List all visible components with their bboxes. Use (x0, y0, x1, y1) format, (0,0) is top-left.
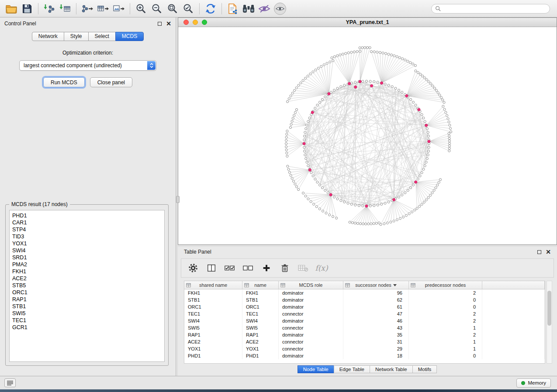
mcds-result-item[interactable]: CAR1 (10, 219, 164, 226)
mcds-result-item[interactable]: YOX1 (10, 240, 164, 247)
show-all-button[interactable] (272, 1, 288, 16)
export-network-button[interactable] (80, 1, 95, 16)
table-cell[interactable]: 2 (409, 289, 482, 296)
task-history-button[interactable] (4, 378, 16, 387)
table-cell[interactable]: connector (279, 338, 343, 345)
mcds-result-item[interactable]: SWI5 (10, 310, 164, 317)
table-cell[interactable]: 2 (409, 310, 482, 317)
mcds-result-item[interactable]: PMA2 (10, 261, 164, 268)
deselect-all-columns-button[interactable] (242, 262, 254, 274)
function-builder-button[interactable]: f(x) (316, 262, 327, 274)
import-network-button[interactable] (42, 1, 57, 16)
table-cell[interactable]: YOX1 (184, 345, 242, 352)
column-header-name[interactable]: name (242, 281, 279, 289)
mcds-result-item[interactable]: FKH1 (10, 268, 164, 275)
table-cell[interactable]: PHD1 (184, 352, 242, 359)
table-cell[interactable]: TEC1 (184, 310, 242, 317)
select-all-columns-button[interactable] (224, 262, 235, 274)
table-row[interactable]: ORC1ORC1dominator610 (184, 303, 545, 310)
table-row[interactable]: SWI4SWI4dominator462 (184, 317, 545, 324)
mcds-result-item[interactable]: GCR1 (10, 324, 164, 331)
table-cell[interactable]: 96 (343, 289, 409, 296)
table-row[interactable]: TEC1TEC1connector472 (184, 310, 545, 317)
table-cell[interactable]: 2 (409, 331, 482, 338)
export-table-button[interactable] (95, 1, 111, 16)
table-cell[interactable]: 35 (343, 331, 409, 338)
table-cell[interactable]: ORC1 (184, 303, 242, 310)
table-cell[interactable]: SWI5 (242, 324, 279, 331)
table-scrollbar[interactable] (547, 281, 552, 364)
tab-motifs[interactable]: Motifs (412, 365, 437, 373)
export-image-button[interactable] (111, 1, 127, 16)
table-row[interactable]: STB1STB1dominator620 (184, 296, 545, 303)
table-cell[interactable]: 2 (409, 317, 482, 324)
save-session-button[interactable] (19, 1, 35, 16)
table-cell[interactable]: dominator (279, 331, 343, 338)
open-session-document-button[interactable] (225, 1, 241, 16)
table-cell[interactable]: TEC1 (242, 310, 279, 317)
table-row[interactable]: SWI5SWI5connector431 (184, 324, 545, 331)
delete-table-button[interactable] (298, 262, 309, 274)
table-cell[interactable]: YOX1 (242, 345, 279, 352)
table-row[interactable]: FKH1FKH1dominator962 (184, 289, 545, 296)
table-cell[interactable]: 31 (343, 338, 409, 345)
network-window-titlebar[interactable]: YPA_prune.txt_1 (178, 18, 557, 27)
tab-mcds[interactable]: MCDS (115, 32, 144, 41)
mcds-result-list[interactable]: PHD1CAR1STP4TID3YOX1SWI4SRD1PMA2FKH1ACE2… (9, 210, 165, 362)
table-scrollbar-thumb[interactable] (547, 291, 551, 326)
table-cell[interactable]: 29 (343, 345, 409, 352)
hide-selected-button[interactable] (256, 1, 272, 16)
mcds-result-item[interactable]: SWI4 (10, 247, 164, 254)
network-svg[interactable] (178, 27, 557, 245)
tab-edge-table[interactable]: Edge Table (334, 365, 370, 373)
table-cell[interactable]: dominator (279, 296, 343, 303)
vertical-splitter-handle[interactable] (176, 196, 180, 203)
table-cell[interactable]: ORC1 (242, 303, 279, 310)
mcds-result-item[interactable]: STB5 (10, 282, 164, 289)
table-cell[interactable]: 47 (343, 310, 409, 317)
tab-select[interactable]: Select (88, 32, 116, 41)
optimization-criterion-select[interactable]: largest connected component (undirected) (19, 60, 156, 71)
table-row[interactable]: PHD1PHD1dominator180 (184, 352, 545, 359)
run-mcds-button[interactable]: Run MCDS (43, 77, 85, 87)
close-panel-button[interactable]: Close panel (90, 77, 132, 87)
table-cell[interactable]: 46 (343, 317, 409, 324)
column-header-mcds-role[interactable]: MCDS role (279, 281, 343, 289)
table-cell[interactable]: connector (279, 345, 343, 352)
refresh-view-button[interactable] (203, 1, 218, 16)
mcds-result-item[interactable]: STP4 (10, 226, 164, 233)
table-cell[interactable]: 43 (343, 324, 409, 331)
table-cell[interactable]: RAP1 (242, 331, 279, 338)
table-row[interactable]: ACE2ACE2connector311 (184, 338, 545, 345)
mcds-result-item[interactable]: TEC1 (10, 317, 164, 324)
add-column-button[interactable] (261, 262, 272, 274)
show-columns-button[interactable] (206, 262, 217, 274)
mcds-result-item[interactable]: SRD1 (10, 254, 164, 261)
table-cell[interactable]: 61 (343, 303, 409, 310)
tab-style[interactable]: Style (64, 32, 89, 41)
zoom-out-button[interactable] (149, 1, 165, 16)
close-table-panel-icon[interactable]: ✕ (546, 250, 551, 254)
table-cell[interactable]: dominator (279, 317, 343, 324)
table-row[interactable]: YOX1YOX1connector291 (184, 345, 545, 352)
table-cell[interactable]: 18 (343, 352, 409, 359)
table-cell[interactable]: SWI4 (242, 317, 279, 324)
mcds-result-item[interactable]: ORC1 (10, 289, 164, 296)
table-cell[interactable]: FKH1 (184, 289, 242, 296)
column-header-predecessor-nodes[interactable]: predecessor nodes (409, 281, 482, 289)
network-canvas[interactable] (178, 27, 557, 244)
table-cell[interactable]: 1 (409, 338, 482, 345)
table-cell[interactable]: SWI5 (184, 324, 242, 331)
memory-button[interactable]: Memory (516, 378, 551, 388)
float-panel-icon[interactable] (158, 22, 162, 26)
close-panel-icon[interactable]: ✕ (166, 21, 171, 26)
search-input[interactable] (443, 6, 546, 12)
zoom-selected-button[interactable] (180, 1, 196, 16)
tab-network-table[interactable]: Network Table (370, 365, 413, 373)
import-table-button[interactable] (57, 1, 73, 16)
mcds-result-item[interactable]: RAP1 (10, 296, 164, 303)
table-cell[interactable]: PHD1 (242, 352, 279, 359)
table-row[interactable]: RAP1RAP1dominator352 (184, 331, 545, 338)
tab-node-table[interactable]: Node Table (298, 365, 334, 373)
table-cell[interactable]: ACE2 (242, 338, 279, 345)
